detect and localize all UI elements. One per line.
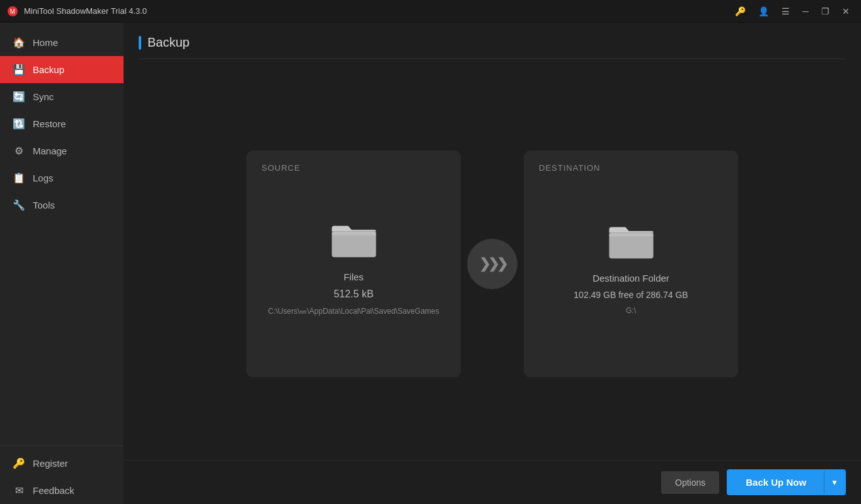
source-folder-icon — [328, 218, 379, 259]
sidebar-item-feedback[interactable]: ✉ Feedback — [0, 477, 124, 504]
main-layout: 🏠 Home 💾 Backup 🔄 Sync 🔃 Restore ⚙ Manag… — [0, 23, 861, 504]
title-bar-left: M MiniTool ShadowMaker Trial 4.3.0 — [6, 5, 147, 18]
manage-icon: ⚙ — [13, 145, 25, 157]
content-area: Backup SOURCE — [124, 23, 861, 504]
options-button[interactable]: Options — [661, 471, 719, 494]
sidebar-item-manage[interactable]: ⚙ Manage — [0, 137, 124, 164]
app-logo: M — [6, 5, 19, 18]
svg-rect-3 — [332, 231, 376, 235]
account-icon[interactable]: 👤 — [753, 4, 774, 19]
minimize-button[interactable]: ─ — [797, 4, 814, 19]
source-path: C:\Users\㎜\AppData\Local\Pal\Saved\SaveG… — [268, 306, 439, 317]
sidebar-label-sync: Sync — [33, 91, 54, 102]
source-label: SOURCE — [262, 163, 301, 173]
sidebar-label-tools: Tools — [33, 200, 55, 210]
page-title-accent — [139, 36, 141, 50]
backup-now-button[interactable]: Back Up Now — [728, 471, 824, 494]
sidebar-label-feedback: Feedback — [33, 485, 74, 496]
sidebar-item-sync[interactable]: 🔄 Sync — [0, 83, 124, 110]
backup-icon: 💾 — [13, 64, 25, 76]
cards-area: SOURCE Files 512.5 kB — [139, 74, 846, 504]
sidebar-item-register[interactable]: 🔑 Register — [0, 450, 124, 477]
sidebar-label-manage: Manage — [33, 146, 67, 156]
sidebar-bottom: 🔑 Register ✉ Feedback — [0, 445, 124, 504]
sync-icon: 🔄 — [13, 91, 25, 103]
restore-icon: 🔃 — [13, 118, 25, 130]
close-button[interactable]: ✕ — [837, 4, 855, 19]
sidebar-label-register: Register — [33, 458, 68, 469]
feedback-icon: ✉ — [13, 484, 25, 496]
logs-icon: 📋 — [13, 172, 25, 184]
svg-rect-2 — [332, 231, 376, 257]
sidebar-label-home: Home — [33, 37, 58, 48]
source-size: 512.5 kB — [333, 289, 373, 300]
destination-free: 102.49 GB free of 286.74 GB — [574, 290, 688, 300]
svg-text:M: M — [10, 8, 15, 15]
restore-button[interactable]: ❐ — [816, 4, 835, 19]
destination-path: G:\ — [626, 306, 636, 315]
arrow-between-cards: ❯❯❯ — [467, 239, 517, 289]
sidebar-label-logs: Logs — [33, 173, 54, 183]
sidebar: 🏠 Home 💾 Backup 🔄 Sync 🔃 Restore ⚙ Manag… — [0, 23, 124, 504]
source-card-wrapper: SOURCE Files 512.5 kB — [246, 151, 461, 377]
title-bar: M MiniTool ShadowMaker Trial 4.3.0 🔑 👤 ☰… — [0, 0, 861, 23]
register-icon: 🔑 — [13, 457, 25, 469]
sidebar-item-logs[interactable]: 📋 Logs — [0, 164, 124, 192]
sidebar-item-restore[interactable]: 🔃 Restore — [0, 110, 124, 137]
arrow-icon: ❯❯❯ — [479, 256, 506, 272]
sidebar-item-tools[interactable]: 🔧 Tools — [0, 192, 124, 219]
sidebar-item-home[interactable]: 🏠 Home — [0, 29, 124, 56]
svg-rect-5 — [609, 233, 653, 237]
destination-type: Destination Folder — [592, 273, 669, 284]
app-title: MiniTool ShadowMaker Trial 4.3.0 — [24, 6, 147, 16]
title-bar-controls: 🔑 👤 ☰ ─ ❐ ✕ — [730, 4, 855, 19]
destination-folder-icon — [606, 219, 656, 260]
source-card[interactable]: Files 512.5 kB C:\Users\㎜\AppData\Local\… — [246, 151, 461, 377]
home-icon: 🏠 — [13, 37, 25, 49]
source-type: Files — [344, 272, 364, 282]
page-title: Backup — [147, 35, 190, 50]
sidebar-item-backup[interactable]: 💾 Backup — [0, 56, 124, 83]
page-title-bar: Backup — [139, 35, 846, 59]
backup-now-wrapper: Back Up Now ▼ — [727, 469, 846, 495]
destination-card-wrapper: DESTINATION Destination Folder 102.49 GB… — [524, 151, 738, 377]
key-icon[interactable]: 🔑 — [730, 4, 751, 19]
sidebar-label-restore: Restore — [33, 118, 66, 129]
bottom-bar: Options Back Up Now ▼ — [124, 460, 861, 504]
destination-label: DESTINATION — [539, 163, 600, 173]
sidebar-label-backup: Backup — [33, 64, 64, 75]
tools-icon: 🔧 — [13, 199, 25, 211]
backup-now-dropdown-button[interactable]: ▼ — [824, 471, 845, 494]
svg-rect-4 — [609, 233, 653, 259]
destination-card[interactable]: Destination Folder 102.49 GB free of 286… — [524, 151, 738, 377]
menu-icon[interactable]: ☰ — [777, 4, 795, 19]
